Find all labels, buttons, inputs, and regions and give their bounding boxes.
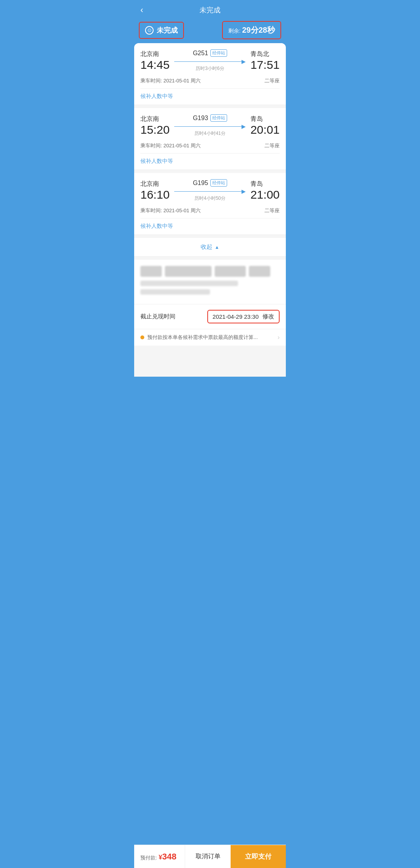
stops-tag-1[interactable]: 经停站 [210,49,227,57]
from-station-3: 北京南 16:10 [140,180,170,201]
back-button[interactable]: ‹ [140,5,143,15]
info-row[interactable]: 预付款按本单各候补需求中票款最高的额度计算... › [134,329,286,346]
train-route-2: 北京南 15:20 G193 经停站 ▶ 历时4小时41分 青岛 20:01 [140,114,280,137]
collapse-arrow-icon: ▲ [215,245,219,250]
collapse-label: 收起 [201,243,212,251]
passenger-section [134,260,286,304]
deadline-label: 截止兑现时间 [140,313,175,320]
train-card-3[interactable]: 北京南 16:10 G195 经停站 ▶ 历时4小时50分 青岛 21:00 乘 [134,173,286,235]
timer-seconds: 28秒 [259,26,275,34]
info-arrow-icon: › [278,334,280,341]
train-middle-3: G195 经停站 ▶ 历时4小时50分 [170,179,250,202]
status-badge: ⊙ 未完成 [139,22,184,39]
main-content: 北京南 14:45 G251 经停站 ▶ 历时3小时6分 青岛北 17:51 乘 [134,43,286,377]
train-waitlist-3: 候补人数中等 [140,218,280,234]
stops-tag-3[interactable]: 经停站 [210,179,227,187]
train-waitlist-2: 候补人数中等 [140,154,280,169]
header: ‹ 未完成 [134,0,286,19]
train-middle-2: G193 经停站 ▶ 历时4小时41分 [170,114,250,137]
collapse-button[interactable]: 收起 ▲ [134,238,286,257]
info-text: 预付款按本单各候补需求中票款最高的额度计算... [147,334,275,341]
deadline-date: 2021-04-29 23:30 [213,313,259,320]
train-route-3: 北京南 16:10 G195 经停站 ▶ 历时4小时50分 青岛 21:00 [140,179,280,202]
train-card-1[interactable]: 北京南 14:45 G251 经停站 ▶ 历时3小时6分 青岛北 17:51 乘 [134,43,286,105]
train-waitlist-1: 候补人数中等 [140,89,280,105]
stops-tag-2[interactable]: 经停站 [210,114,227,122]
timer-badge: 剩余: 29分28秒 [222,21,281,39]
to-station-3: 青岛 21:00 [250,180,280,201]
page-title: 未完成 [200,5,220,15]
status-text: 未完成 [157,26,178,35]
status-bar: ⊙ 未完成 剩余: 29分28秒 [134,19,286,43]
from-station-1: 北京南 14:45 [140,50,170,72]
clock-icon: ⊙ [145,26,154,35]
to-station-1: 青岛北 17:51 [250,50,280,72]
train-meta-1: 乘车时间: 2021-05-01 周六 二等座 [140,73,280,89]
timer-prefix: 剩余: [228,28,242,34]
train-route-1: 北京南 14:45 G251 经停站 ▶ 历时3小时6分 青岛北 17:51 [140,49,280,72]
train-meta-3: 乘车时间: 2021-05-01 周六 二等座 [140,203,280,218]
deadline-modify-button[interactable]: 修改 [262,313,274,320]
train-meta-2: 乘车时间: 2021-05-01 周六 二等座 [140,138,280,154]
train-middle-1: G251 经停站 ▶ 历时3小时6分 [170,49,250,72]
info-dot-icon [140,335,144,339]
deadline-section: 截止兑现时间 2021-04-29 23:30 修改 [134,304,286,329]
timer-minutes: 29分 [242,26,259,34]
deadline-value-box[interactable]: 2021-04-29 23:30 修改 [207,310,280,323]
from-station-2: 北京南 15:20 [140,115,170,136]
train-card-2[interactable]: 北京南 15:20 G193 经停站 ▶ 历时4小时41分 青岛 20:01 乘 [134,108,286,170]
to-station-2: 青岛 20:01 [250,115,280,136]
